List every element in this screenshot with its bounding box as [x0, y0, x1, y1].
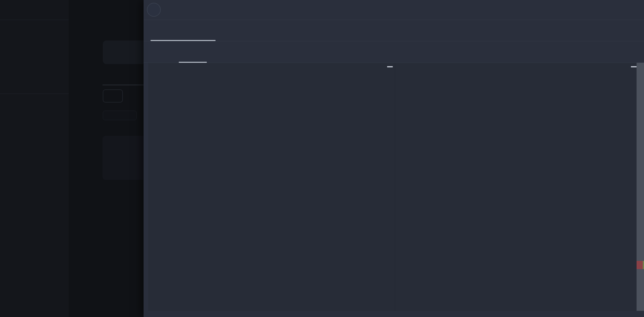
brand: [0, 0, 69, 20]
items-card: [103, 136, 146, 180]
scrollbar-thumb[interactable]: [631, 66, 637, 67]
active-tab-underline: [150, 40, 216, 41]
close-button[interactable]: [147, 3, 161, 17]
sidebar-divider: [0, 94, 69, 94]
overview-removed-mark: [637, 261, 643, 269]
scrollbar-thumb[interactable]: [387, 66, 393, 67]
diff-drawer: [144, 0, 644, 317]
diff-editor-original[interactable]: [148, 63, 395, 311]
diff-editor-modified[interactable]: [395, 63, 644, 311]
sidebar-divider: [0, 20, 69, 20]
sidebar: [0, 0, 69, 317]
view-tabs-row: [144, 41, 644, 63]
owner-filter-chip[interactable]: [103, 111, 137, 120]
app-root: [0, 0, 644, 317]
filter-scripts-button[interactable]: [129, 89, 132, 103]
overview-added-mark: [643, 261, 644, 269]
diff-tabs-row: [144, 20, 644, 41]
filter-all-button[interactable]: [103, 89, 123, 103]
diff-overview-ruler[interactable]: [637, 63, 644, 311]
